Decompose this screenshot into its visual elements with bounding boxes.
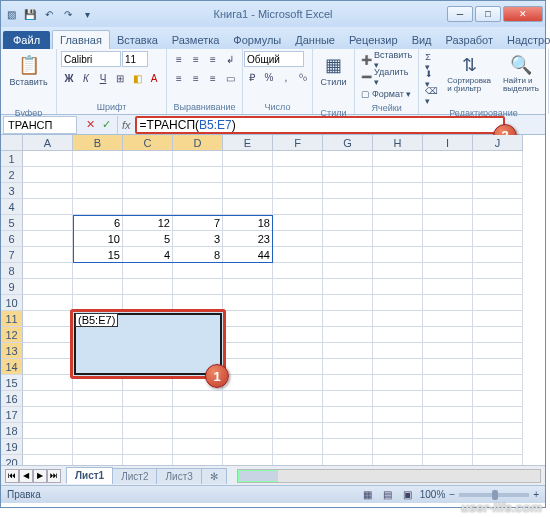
cell[interactable]: [23, 231, 73, 247]
cell[interactable]: [223, 279, 273, 295]
tab-layout[interactable]: Разметка: [165, 31, 227, 49]
cell[interactable]: [273, 423, 323, 439]
cell[interactable]: [223, 151, 273, 167]
cell[interactable]: [473, 263, 523, 279]
cell[interactable]: [123, 167, 173, 183]
cell[interactable]: [423, 215, 473, 231]
cell[interactable]: [473, 279, 523, 295]
cell[interactable]: [473, 375, 523, 391]
cell[interactable]: [473, 183, 523, 199]
row-header-20[interactable]: 20: [1, 455, 23, 465]
cell[interactable]: [423, 407, 473, 423]
cells-delete[interactable]: ➖Удалить ▾: [359, 68, 414, 85]
cell[interactable]: [423, 295, 473, 311]
cell[interactable]: [373, 199, 423, 215]
cells-insert[interactable]: ➕Вставить ▾: [359, 51, 414, 68]
clear-button[interactable]: ⌫ ▾: [423, 88, 440, 105]
cell[interactable]: [23, 423, 73, 439]
merge-button[interactable]: ▭: [222, 70, 238, 86]
view-break[interactable]: ▣: [400, 487, 416, 503]
cell[interactable]: [23, 199, 73, 215]
cell[interactable]: [473, 295, 523, 311]
row-header-2[interactable]: 2: [1, 167, 23, 183]
sheet-nav-next[interactable]: ▶: [33, 469, 47, 483]
cell[interactable]: [423, 167, 473, 183]
cell[interactable]: [23, 407, 73, 423]
minimize-button[interactable]: ─: [447, 6, 473, 22]
border-button[interactable]: ⊞: [112, 70, 128, 86]
cell[interactable]: [223, 455, 273, 465]
cell[interactable]: [23, 311, 73, 327]
cell[interactable]: [123, 423, 173, 439]
cell[interactable]: [373, 311, 423, 327]
row-header-12[interactable]: 12: [1, 327, 23, 343]
fill-down-button[interactable]: ⬇ ▾: [423, 71, 440, 88]
cell[interactable]: [323, 231, 373, 247]
cell[interactable]: [473, 247, 523, 263]
cell[interactable]: [423, 327, 473, 343]
cell[interactable]: [373, 439, 423, 455]
row-header-3[interactable]: 3: [1, 183, 23, 199]
view-normal[interactable]: ▦: [360, 487, 376, 503]
bold-button[interactable]: Ж: [61, 70, 77, 86]
sheet-nav-prev[interactable]: ◀: [19, 469, 33, 483]
inc-dec-button[interactable]: ⁰₀: [295, 69, 311, 85]
cell[interactable]: [473, 391, 523, 407]
col-header-A[interactable]: A: [23, 135, 73, 151]
tab-home[interactable]: Главная: [52, 30, 110, 49]
cell[interactable]: [23, 327, 73, 343]
cell[interactable]: [123, 183, 173, 199]
row-header-14[interactable]: 14: [1, 359, 23, 375]
cell[interactable]: [273, 327, 323, 343]
cell[interactable]: [73, 455, 123, 465]
row-header-4[interactable]: 4: [1, 199, 23, 215]
col-header-J[interactable]: J: [473, 135, 523, 151]
cell[interactable]: [23, 263, 73, 279]
col-header-D[interactable]: D: [173, 135, 223, 151]
tab-addins[interactable]: Надстрої: [500, 31, 550, 49]
sort-filter-button[interactable]: ⇅Сортировка и фильтр: [442, 51, 496, 107]
cell[interactable]: [373, 375, 423, 391]
maximize-button[interactable]: □: [475, 6, 501, 22]
cell[interactable]: [123, 279, 173, 295]
sheet-nav-first[interactable]: ⏮: [5, 469, 19, 483]
cell[interactable]: [473, 199, 523, 215]
col-header-B[interactable]: B: [73, 135, 123, 151]
wrap-button[interactable]: ↲: [222, 51, 238, 67]
zoom-in[interactable]: +: [533, 489, 539, 500]
cell[interactable]: [73, 151, 123, 167]
font-size-select[interactable]: [122, 51, 148, 67]
cell[interactable]: [423, 439, 473, 455]
align-top[interactable]: ≡: [171, 51, 187, 67]
tab-formulas[interactable]: Формулы: [226, 31, 288, 49]
cell[interactable]: [423, 151, 473, 167]
cell[interactable]: [273, 231, 323, 247]
col-header-F[interactable]: F: [273, 135, 323, 151]
cell[interactable]: [273, 279, 323, 295]
cell[interactable]: [23, 391, 73, 407]
cell[interactable]: [323, 199, 373, 215]
cell[interactable]: [423, 375, 473, 391]
align-bot[interactable]: ≡: [205, 51, 221, 67]
paste-button[interactable]: 📋Вставить: [4, 51, 52, 107]
cell[interactable]: [423, 279, 473, 295]
cell[interactable]: [373, 391, 423, 407]
cell[interactable]: [173, 151, 223, 167]
cell[interactable]: [23, 167, 73, 183]
cell[interactable]: [73, 439, 123, 455]
row-header-18[interactable]: 18: [1, 423, 23, 439]
cell[interactable]: [173, 455, 223, 465]
cell[interactable]: [323, 247, 373, 263]
cell[interactable]: [223, 375, 273, 391]
cell[interactable]: [223, 343, 273, 359]
cell[interactable]: [73, 279, 123, 295]
tab-view[interactable]: Вид: [405, 31, 439, 49]
cell[interactable]: [23, 455, 73, 465]
cell[interactable]: [273, 343, 323, 359]
align-right[interactable]: ≡: [205, 70, 221, 86]
row-header-15[interactable]: 15: [1, 375, 23, 391]
cell[interactable]: [73, 407, 123, 423]
currency-button[interactable]: ₽: [244, 69, 260, 85]
cell[interactable]: [323, 215, 373, 231]
cell[interactable]: [123, 455, 173, 465]
